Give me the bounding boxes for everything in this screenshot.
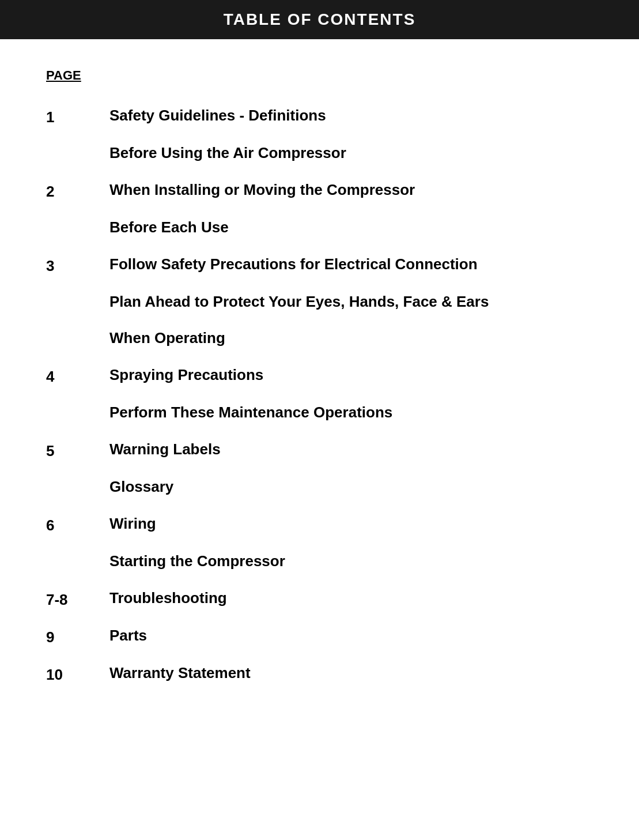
toc-page-number: 1 [46, 106, 109, 144]
toc-entry-text: Follow Safety Precautions for Electrical… [109, 255, 593, 292]
table-row: 9Parts [46, 626, 593, 664]
table-row: 2When Installing or Moving the Compresso… [46, 180, 593, 218]
toc-entry-text: When Operating [109, 329, 593, 366]
table-row: 10Warranty Statement [46, 664, 593, 701]
table-row: Glossary [46, 477, 593, 514]
toc-page-number [46, 403, 109, 440]
table-row: Perform These Maintenance Operations [46, 403, 593, 440]
toc-page-number [46, 292, 109, 329]
toc-entry-text: When Installing or Moving the Compressor [109, 180, 593, 218]
toc-entry-text: Starting the Compressor [109, 552, 593, 589]
toc-entry-text: Glossary [109, 477, 593, 514]
toc-page-number: 3 [46, 255, 109, 292]
toc-page-number: 10 [46, 664, 109, 701]
table-row: Starting the Compressor [46, 552, 593, 589]
table-row: 4Spraying Precautions [46, 366, 593, 403]
toc-page-number [46, 477, 109, 514]
toc-entry-text: Wiring [109, 514, 593, 552]
table-row: 3Follow Safety Precautions for Electrica… [46, 255, 593, 292]
toc-page-number: 4 [46, 366, 109, 403]
table-row: 5Warning Labels [46, 440, 593, 477]
toc-page-number: 5 [46, 440, 109, 477]
toc-page-number: 9 [46, 626, 109, 664]
toc-entry-text: Warranty Statement [109, 664, 593, 701]
table-row: Plan Ahead to Protect Your Eyes, Hands, … [46, 292, 593, 329]
table-row: 1Safety Guidelines - Definitions [46, 106, 593, 144]
table-row: When Operating [46, 329, 593, 366]
toc-entry-text: Warning Labels [109, 440, 593, 477]
content-area: PAGE 1Safety Guidelines - DefinitionsBef… [0, 39, 639, 736]
table-row: 7-8Troubleshooting [46, 589, 593, 626]
table-row: 6Wiring [46, 514, 593, 552]
toc-page-number: 2 [46, 180, 109, 218]
toc-page-number: 7-8 [46, 589, 109, 626]
toc-entry-text: Perform These Maintenance Operations [109, 403, 593, 440]
page-header: TABLE OF CONTENTS [0, 0, 639, 39]
toc-page-number [46, 144, 109, 180]
header-title: TABLE OF CONTENTS [224, 10, 416, 28]
table-row: Before Each Use [46, 218, 593, 255]
page-column-label: PAGE [46, 68, 81, 83]
toc-entry-text: Before Using the Air Compressor [109, 144, 593, 180]
toc-page-number: 6 [46, 514, 109, 552]
toc-table: 1Safety Guidelines - DefinitionsBefore U… [46, 106, 593, 701]
table-row: Before Using the Air Compressor [46, 144, 593, 180]
toc-entry-text: Before Each Use [109, 218, 593, 255]
toc-entry-text: Troubleshooting [109, 589, 593, 626]
toc-page-number [46, 552, 109, 589]
toc-entry-text: Safety Guidelines - Definitions [109, 106, 593, 144]
toc-entry-text: Parts [109, 626, 593, 664]
toc-entry-text: Plan Ahead to Protect Your Eyes, Hands, … [109, 292, 593, 329]
toc-entry-text: Spraying Precautions [109, 366, 593, 403]
toc-page-number [46, 218, 109, 255]
toc-page-number [46, 329, 109, 366]
